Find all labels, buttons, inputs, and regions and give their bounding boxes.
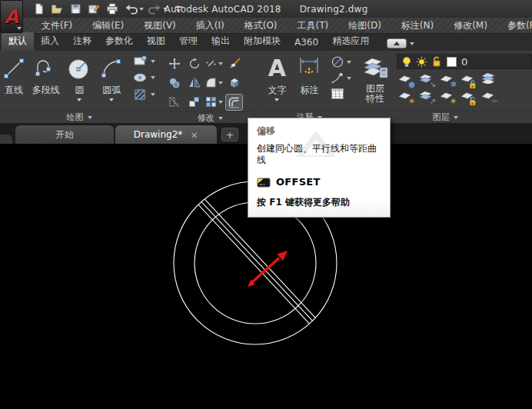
- layer-turn-on-button[interactable]: ☀: [398, 89, 414, 103]
- layer-isolate-button[interactable]: ↘: [419, 72, 434, 86]
- modify-panel-expand-icon: [218, 117, 223, 120]
- modify-panel-label[interactable]: 修改: [160, 111, 260, 124]
- plot-button[interactable]: [105, 2, 120, 17]
- save-as-button[interactable]: [86, 2, 101, 17]
- undo-split-button[interactable]: [123, 2, 144, 17]
- open-file-button[interactable]: [49, 2, 65, 17]
- layer-match-button[interactable]: ↗: [419, 89, 434, 103]
- ribbon-tab-featured-apps[interactable]: 精选应用: [325, 32, 376, 51]
- ribbon-tab-view[interactable]: 视图: [140, 32, 172, 51]
- undo-dropdown-icon[interactable]: [139, 8, 144, 11]
- rectangle-button[interactable]: [131, 55, 157, 68]
- layer-make-current-button[interactable]: [481, 72, 497, 86]
- layer-unlock-button[interactable]: 🔓: [461, 89, 476, 103]
- customize-dropdown-icon: [176, 9, 181, 12]
- hatch-dropdown-icon[interactable]: [151, 93, 155, 96]
- layer-color-swatch: [447, 57, 457, 67]
- scale-button[interactable]: [187, 95, 201, 109]
- application-menu-button[interactable]: A: [0, 0, 23, 33]
- undo-icon: [125, 4, 138, 15]
- ribbon-tab-annotate[interactable]: 注释: [66, 32, 98, 51]
- undo-button[interactable]: [123, 2, 138, 17]
- rotate-button[interactable]: [187, 56, 202, 71]
- new-file-icon: [33, 3, 45, 15]
- layer-off-button[interactable]: ●: [398, 72, 414, 86]
- customize-qat-button[interactable]: [171, 2, 186, 17]
- tab-drawing2[interactable]: Drawing2* ×: [115, 125, 217, 144]
- offset-button[interactable]: [226, 95, 242, 110]
- circle-dropdown-icon[interactable]: [77, 98, 81, 101]
- menu-file[interactable]: 文件(F): [37, 18, 77, 34]
- fillet-button[interactable]: [204, 75, 224, 90]
- menu-modify[interactable]: 修改(M): [449, 18, 492, 34]
- hatch-button[interactable]: [131, 87, 157, 102]
- ribbon-tab-output[interactable]: 输出: [204, 32, 237, 51]
- redo-button[interactable]: [147, 2, 162, 17]
- fillet-dropdown-icon[interactable]: [218, 81, 223, 85]
- menu-draw[interactable]: 绘图(D): [344, 18, 386, 34]
- tooltip-help-hint: 按 F1 键获得更多帮助: [257, 196, 381, 209]
- layer-merge-button[interactable]: ✏: [481, 89, 497, 103]
- array-button[interactable]: [204, 95, 224, 109]
- ribbon-tab-a360[interactable]: A360: [288, 35, 325, 51]
- menu-insert[interactable]: 插入(I): [191, 18, 229, 34]
- arc-dropdown-icon[interactable]: [109, 98, 114, 101]
- menu-tools[interactable]: 工具(T): [293, 18, 334, 34]
- text-dropdown-icon[interactable]: [274, 98, 279, 101]
- ribbon-tab-manage[interactable]: 管理: [172, 32, 204, 51]
- ribbon-collapse-button[interactable]: [387, 38, 407, 48]
- array-icon: [205, 96, 217, 108]
- leader-dropdown-icon[interactable]: [347, 77, 351, 80]
- text-button[interactable]: A 文字: [261, 53, 292, 101]
- polyline-button[interactable]: 多段线: [28, 53, 65, 97]
- leader-button[interactable]: [329, 71, 353, 85]
- tab-overflow-stub[interactable]: [0, 135, 12, 144]
- menu-parametric[interactable]: 参数(P): [503, 18, 532, 34]
- line-button[interactable]: 直线: [0, 53, 28, 97]
- tab-close-icon[interactable]: ×: [190, 130, 198, 140]
- dimension-button[interactable]: 标注: [292, 53, 326, 97]
- diameter-dim-button[interactable]: [329, 55, 353, 69]
- menu-edit[interactable]: 编辑(E): [88, 18, 128, 34]
- ellipse-dropdown-icon[interactable]: [151, 76, 155, 79]
- new-file-button[interactable]: [31, 2, 46, 17]
- circle-button[interactable]: 圆: [65, 53, 95, 101]
- table-button[interactable]: [329, 87, 353, 101]
- ribbon-tab-parametric[interactable]: 参数化: [98, 32, 140, 51]
- trim-button[interactable]: [204, 56, 224, 71]
- diameter-dim-dropdown-icon[interactable]: [347, 61, 351, 64]
- menu-dimension[interactable]: 标注(N): [397, 18, 438, 34]
- ribbon-tab-home[interactable]: 默认: [2, 32, 34, 51]
- mirror-button[interactable]: [187, 75, 202, 90]
- array-dropdown-icon[interactable]: [218, 101, 223, 104]
- new-drawing-button[interactable]: +: [221, 128, 238, 141]
- save-button[interactable]: [68, 2, 83, 17]
- menu-format[interactable]: 格式(O): [240, 18, 282, 34]
- ribbon-tab-insert[interactable]: 插入: [34, 32, 66, 51]
- layer-properties-button[interactable]: 图层 特性: [358, 53, 392, 103]
- match-properties-button[interactable]: [227, 56, 242, 71]
- ellipse-button[interactable]: [131, 71, 157, 85]
- redo-dropdown-icon[interactable]: [163, 8, 168, 11]
- draw-panel-label[interactable]: 绘图: [0, 111, 158, 123]
- layer-lock-button[interactable]: 🔒: [461, 72, 476, 86]
- arc-button[interactable]: 圆弧: [95, 53, 128, 101]
- rectangle-dropdown-icon[interactable]: [151, 60, 155, 63]
- text-button-label: 文字: [268, 84, 286, 97]
- menu-view[interactable]: 视图(V): [139, 18, 181, 34]
- line-button-label: 直线: [5, 84, 23, 97]
- stretch-button[interactable]: [167, 95, 181, 109]
- ribbon-tab-addins[interactable]: 附加模块: [237, 32, 288, 51]
- layer-freeze-button[interactable]: ❄: [440, 72, 455, 86]
- layer-select-combo[interactable]: 0: [397, 54, 532, 69]
- layer-thaw-button[interactable]: ☀: [440, 89, 455, 103]
- explode-button[interactable]: [227, 75, 242, 91]
- tab-start[interactable]: 开始: [15, 125, 114, 144]
- ribbon-collapse-dropdown-icon[interactable]: [410, 42, 414, 45]
- trim-dropdown-icon[interactable]: [218, 62, 223, 65]
- copy-button[interactable]: [167, 75, 182, 91]
- move-button[interactable]: [167, 56, 182, 71]
- layer-thaw-sun-icon: [416, 56, 427, 68]
- move-icon: [168, 58, 181, 70]
- redo-split-button[interactable]: [147, 2, 168, 17]
